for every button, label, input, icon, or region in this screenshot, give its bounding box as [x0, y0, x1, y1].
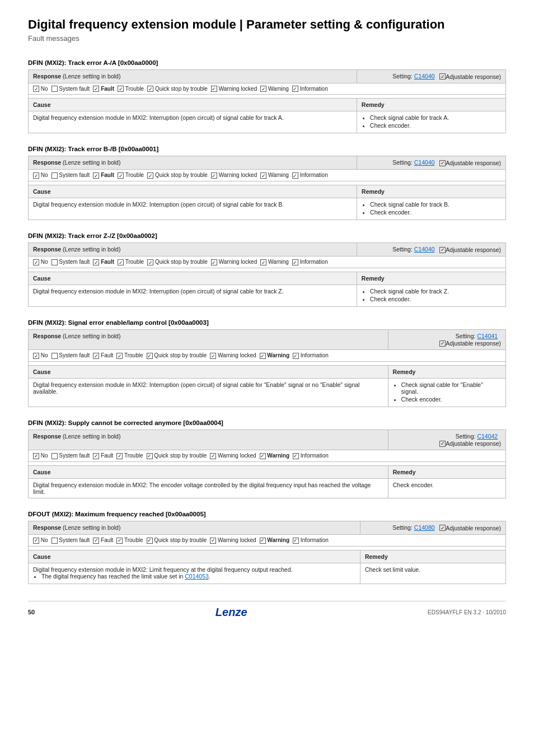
remedy-header-2: Remedy — [357, 185, 506, 198]
response-header-cell: Response (Lenze setting in bold) — [29, 243, 357, 256]
cause-link[interactable]: C014053 — [185, 573, 209, 580]
fault-section-1: DFIN (MXI2): Track error A-/A [0x00aa000… — [28, 59, 506, 134]
remedy-header-1: Remedy — [357, 99, 505, 111]
fault-table-5: Response (Lenze setting in bold)Setting:… — [28, 430, 506, 498]
setting-header-cell: Setting: C14040 ✓ Adjustable response) — [357, 156, 506, 170]
fault-table-4: Response (Lenze setting in bold)Setting:… — [28, 329, 506, 407]
cause-cell-3: Digital frequency extension module in MX… — [29, 285, 357, 307]
setting-link[interactable]: C14040 — [414, 246, 435, 253]
fault-table-1: Response (Lenze setting in bold)Setting:… — [28, 69, 506, 134]
page-subtitle: Fault messages — [28, 34, 506, 43]
checkbox-row-6: ✓ No System fault✓ Fault✓ Trouble✓ Quick… — [29, 534, 506, 546]
footer-page-number: 50 — [28, 609, 35, 615]
response-header-cell: Response (Lenze setting in bold) — [29, 330, 388, 350]
cause-header-6: Cause — [29, 550, 360, 563]
setting-link[interactable]: C14041 — [477, 333, 498, 339]
cause-header-5: Cause — [29, 465, 388, 478]
page-title: Digital frequency extension module | Par… — [28, 17, 506, 33]
response-header-cell: Response (Lenze setting in bold) — [29, 69, 357, 83]
response-header-cell: Response (Lenze setting in bold) — [29, 521, 360, 534]
checkbox-row-3: ✓ No System fault✓ Fault✓ Trouble✓ Quick… — [29, 256, 506, 268]
checkbox-row-2: ✓ No System fault✓ Fault✓ Trouble✓ Quick… — [29, 170, 506, 181]
cause-header-3: Cause — [29, 272, 357, 285]
remedy-cell-1: Check signal cable for track A.Check enc… — [357, 111, 505, 133]
remedy-header-6: Remedy — [360, 550, 505, 563]
cause-cell-2: Digital frequency extension module in MX… — [29, 198, 357, 220]
setting-header-cell: Setting: C14040 ✓ Adjustable response) — [357, 243, 505, 256]
footer-edition: EDS94AYFLF EN 3.2 · 10/2010 — [428, 609, 506, 615]
setting-link[interactable]: C14042 — [477, 433, 498, 440]
section-heading-3: DFIN (MXI2): Track error Z-/Z [0x00aa000… — [28, 232, 506, 239]
section-heading-5: DFIN (MXI2): Supply cannot be corrected … — [28, 419, 506, 426]
cause-cell-1: Digital frequency extension module in MX… — [29, 111, 357, 133]
section-heading-1: DFIN (MXI2): Track error A-/A [0x00aa000… — [28, 59, 506, 66]
section-heading-4: DFIN (MXI2): Signal error enable/lamp co… — [28, 319, 506, 326]
setting-header-cell: Setting: C14041 ✓ Adjustable response) — [388, 330, 505, 350]
setting-link[interactable]: C14040 — [414, 159, 435, 166]
page-footer: 50 Lenze EDS94AYFLF EN 3.2 · 10/2010 — [28, 601, 506, 619]
fault-section-5: DFIN (MXI2): Supply cannot be corrected … — [28, 419, 506, 498]
cause-cell-5: Digital frequency extension module in MX… — [29, 478, 388, 498]
cause-header-2: Cause — [29, 185, 357, 198]
remedy-header-3: Remedy — [357, 272, 505, 285]
footer-logo: Lenze — [216, 606, 247, 619]
setting-header-cell: Setting: C14040 ✓ Adjustable response) — [357, 69, 505, 83]
fault-table-3: Response (Lenze setting in bold)Setting:… — [28, 242, 506, 307]
cause-header-1: Cause — [29, 99, 357, 111]
response-header-cell: Response (Lenze setting in bold) — [29, 156, 357, 170]
cause-cell-6: Digital frequency extension module in MX… — [29, 563, 360, 584]
fault-table-6: Response (Lenze setting in bold)Setting:… — [28, 521, 506, 584]
response-header-cell: Response (Lenze setting in bold) — [29, 430, 388, 450]
checkbox-row-1: ✓ No System fault✓ Fault✓ Trouble✓ Quick… — [29, 83, 506, 95]
remedy-header-4: Remedy — [388, 366, 505, 379]
section-heading-6: DFOUT (MXI2): Maximum frequency reached … — [28, 511, 506, 517]
fault-section-2: DFIN (MXI2): Track error B-/B [0x00aa000… — [28, 146, 506, 220]
fault-section-4: DFIN (MXI2): Signal error enable/lamp co… — [28, 319, 506, 407]
setting-header-cell: Setting: C14042 ✓ Adjustable response) — [388, 430, 505, 450]
remedy-cell-5: Check encoder. — [388, 478, 505, 498]
fault-section-3: DFIN (MXI2): Track error Z-/Z [0x00aa000… — [28, 232, 506, 307]
setting-link[interactable]: C14080 — [414, 524, 435, 531]
cause-cell-4: Digital frequency extension module in MX… — [29, 379, 388, 407]
page-header: Digital frequency extension module | Par… — [28, 17, 506, 43]
setting-header-cell: Setting: C14080 ✓ Adjustable response) — [360, 521, 505, 534]
fault-section-6: DFOUT (MXI2): Maximum frequency reached … — [28, 511, 506, 584]
remedy-cell-3: Check signal cable for track Z.Check enc… — [357, 285, 505, 307]
remedy-cell-2: Check signal cable for track B.Check enc… — [357, 198, 506, 220]
fault-table-2: Response (Lenze setting in bold)Setting:… — [28, 156, 506, 220]
remedy-header-5: Remedy — [388, 465, 505, 478]
remedy-cell-4: Check signal cable for "Enable" signal.C… — [388, 379, 505, 407]
cause-header-4: Cause — [29, 366, 388, 379]
remedy-cell-6: Check set limit value. — [360, 563, 505, 584]
checkbox-row-5: ✓ No System fault✓ Fault✓ Trouble✓ Quick… — [29, 450, 506, 462]
checkbox-row-4: ✓ No System fault✓ Fault✓ Trouble✓ Quick… — [29, 350, 506, 362]
setting-link[interactable]: C14040 — [414, 73, 435, 80]
section-heading-2: DFIN (MXI2): Track error B-/B [0x00aa000… — [28, 146, 506, 152]
